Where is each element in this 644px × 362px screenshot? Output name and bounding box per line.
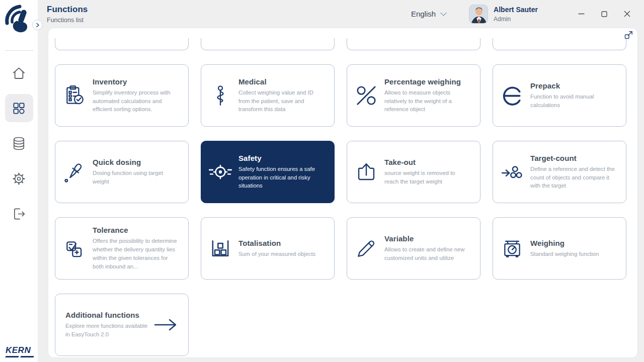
cut-off-function-card[interactable] <box>55 38 189 50</box>
sidebar-item-settings[interactable] <box>5 164 33 193</box>
function-card-totalisation[interactable]: TotalisationSum of your measured objects <box>201 217 335 280</box>
target-count-icon <box>500 160 524 184</box>
estimated-e-icon <box>500 84 524 107</box>
user-name: Albert Sauter <box>494 6 538 14</box>
card-title: Take-out <box>384 158 471 166</box>
apps-grid-icon <box>11 100 27 117</box>
cut-off-function-card[interactable] <box>201 38 335 50</box>
chevron-right-icon <box>36 23 40 28</box>
easytouch-hand-logo <box>0 0 38 39</box>
pencil-icon <box>354 237 378 260</box>
pipette-icon <box>62 160 87 184</box>
avatar[interactable] <box>469 5 488 24</box>
language-selector[interactable]: English <box>411 10 447 18</box>
sidebar-expand-button[interactable] <box>32 20 43 30</box>
take-out-icon <box>354 160 378 184</box>
header: Functions Functions list English Albert … <box>38 0 644 28</box>
card-description: Define a reference and detect the count … <box>530 165 617 191</box>
page-title: Functions <box>47 5 88 15</box>
card-title: Safety <box>238 154 325 162</box>
function-card-tolerance[interactable]: ToleranceOffers the possibility to deter… <box>55 217 189 280</box>
card-description: Explore more functions available in Easy… <box>65 322 151 339</box>
card-title: Tolerance <box>93 226 179 234</box>
card-description: Simplify inventory process with automate… <box>93 88 179 114</box>
functions-grid: InventorySimplify inventory process with… <box>55 64 626 356</box>
user-role: Admin <box>494 16 538 23</box>
tolerance-icon <box>62 237 87 260</box>
card-description: Collect weighing value and ID from the p… <box>238 88 325 114</box>
sidebar-nav <box>0 59 38 228</box>
cut-off-function-card[interactable] <box>493 38 626 50</box>
close-button[interactable] <box>624 11 630 17</box>
window-controls <box>578 11 630 17</box>
card-title: Target-count <box>530 154 617 162</box>
page-subtitle: Functions list <box>47 17 88 24</box>
totalisation-icon <box>208 237 232 260</box>
user-info[interactable]: Albert Sauter Admin <box>494 6 538 23</box>
card-title: Medical <box>238 77 325 86</box>
function-card-target-count[interactable]: Target-countDefine a reference and detec… <box>493 141 626 203</box>
kern-logo-bars <box>6 356 34 357</box>
card-description: Sum of your measured objects <box>238 250 325 258</box>
close-icon <box>624 11 630 17</box>
card-description: source weight is removed to reach the ta… <box>384 169 471 186</box>
card-title: Variable <box>384 234 471 243</box>
functions-scroll-area[interactable]: InventorySimplify inventory process with… <box>48 28 637 356</box>
card-title: Weighing <box>530 239 617 247</box>
sidebar: KERN <box>0 0 38 362</box>
card-description: Safety function ensures a safe operation… <box>238 165 325 191</box>
function-card-take-out[interactable]: Take-outsource weight is removed to reac… <box>347 141 480 203</box>
card-description: Function to avoid manual calculations <box>530 93 617 110</box>
card-title: Additional functions <box>65 311 152 319</box>
language-value: English <box>411 10 436 18</box>
medical-icon <box>208 84 232 107</box>
arrow-right-icon <box>154 318 177 331</box>
card-title: Percentage weighing <box>384 77 471 86</box>
scale-icon <box>500 237 524 260</box>
kern-logo: KERN <box>6 345 34 357</box>
function-card-quick-dosing[interactable]: Quick dosingDosing function using target… <box>55 141 189 203</box>
function-card-additional-functions[interactable]: Additional functionsExplore more functio… <box>55 294 189 356</box>
card-description: Allows to measure objects relatively to … <box>384 88 471 114</box>
function-card-inventory[interactable]: InventorySimplify inventory process with… <box>55 64 189 127</box>
function-card-weighing[interactable]: WeighingStandard weighing function <box>493 217 626 280</box>
card-description: Dosing function using target weight <box>93 169 179 186</box>
database-icon <box>11 135 27 152</box>
logout-icon <box>11 206 27 222</box>
card-title: Inventory <box>93 77 179 86</box>
card-title: Totalisation <box>238 239 325 247</box>
sidebar-item-logout[interactable] <box>5 200 33 228</box>
functions-panel: InventorySimplify inventory process with… <box>48 28 638 358</box>
function-card-prepack[interactable]: PrepackFunction to avoid manual calculat… <box>493 64 626 127</box>
function-card-medical[interactable]: MedicalCollect weighing value and ID fro… <box>201 64 335 127</box>
chevron-down-icon <box>440 12 447 16</box>
card-title: Quick dosing <box>93 158 179 166</box>
maximize-icon <box>601 11 607 17</box>
function-card-variable[interactable]: VariableAllows to create and define new … <box>347 217 480 280</box>
home-icon <box>11 65 27 81</box>
card-description: Standard weighing function <box>530 250 617 258</box>
sidebar-item-functions[interactable] <box>5 94 33 122</box>
minimize-icon <box>578 13 585 15</box>
card-description: Offers the possibility to determine whet… <box>93 237 179 271</box>
sidebar-item-database[interactable] <box>5 129 33 157</box>
sidebar-item-home[interactable] <box>5 59 33 87</box>
percent-icon <box>354 84 378 107</box>
expand-icon <box>624 31 633 39</box>
function-card-safety[interactable]: SafetySafety function ensures a safe ope… <box>201 141 335 203</box>
cut-off-row <box>55 38 626 50</box>
safety-target-icon <box>208 160 232 184</box>
cut-off-function-card[interactable] <box>347 38 480 50</box>
kern-logo-text: KERN <box>6 345 34 355</box>
inventory-icon <box>62 84 87 107</box>
card-title: Prepack <box>530 81 617 90</box>
gear-icon <box>11 170 27 187</box>
function-card-percentage-weighing[interactable]: Percentage weighingAllows to measure obj… <box>347 64 480 127</box>
sidebar-divider <box>5 50 33 51</box>
fullscreen-button[interactable] <box>624 31 633 39</box>
minimize-button[interactable] <box>578 13 585 15</box>
maximize-button[interactable] <box>601 11 607 17</box>
card-description: Allows to create and define new customiz… <box>384 245 471 262</box>
